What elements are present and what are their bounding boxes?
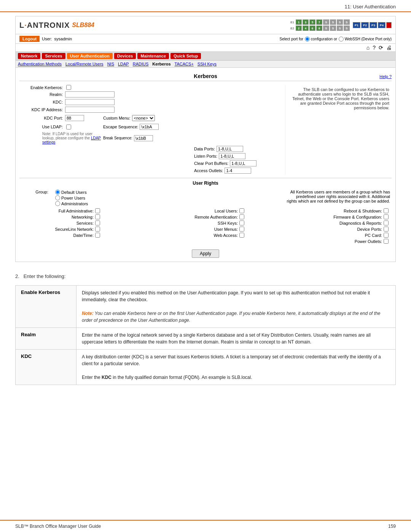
nav-services[interactable]: Services <box>42 53 65 59</box>
subnav-local-remote[interactable]: Local/Remote Users <box>65 62 104 66</box>
table-row: Realm Enter the name of the logical netw… <box>16 328 396 350</box>
nav-network[interactable]: Network <box>18 53 40 59</box>
escape-seq-label: Escape Sequence: <box>103 125 138 129</box>
check-power-outlets: Power Outlets: <box>250 239 389 244</box>
print-icon[interactable]: 🖨 <box>386 45 392 51</box>
kdc-port-input[interactable] <box>65 115 84 121</box>
power-outlets-checkbox[interactable] <box>384 239 389 244</box>
kerberos-header: Kerberos Help ? <box>19 72 392 81</box>
config-radio[interactable] <box>305 37 310 42</box>
section-2: 2. Enter the following: Enable Kerberos … <box>15 273 396 385</box>
rights-checkboxes: Full Administrative: Networking: Service… <box>19 208 392 246</box>
ssh-keys-checkbox[interactable] <box>239 220 244 225</box>
nav-quick-setup[interactable]: Quick Setup <box>170 53 201 59</box>
data-ports-label: Data Ports: <box>194 147 215 151</box>
reboot-checkbox[interactable] <box>384 208 389 213</box>
use-ldap-row: Use LDAP: Escape Sequence: <box>19 123 285 131</box>
kdc-port-label: KDC Port: <box>19 116 65 120</box>
apply-button[interactable]: Apply <box>192 249 219 258</box>
enable-kerberos-checkbox[interactable] <box>66 85 71 90</box>
check-pc-card: PC Card: <box>250 233 389 238</box>
web-access-checkbox[interactable] <box>239 233 244 238</box>
subnav-nis[interactable]: NIS <box>107 62 114 66</box>
config-label: configuration or <box>311 37 337 41</box>
subnav-ssh-keys[interactable]: SSH Keys <box>198 62 217 66</box>
use-ldap-checkbox[interactable] <box>66 125 71 129</box>
device-ports-checkbox[interactable] <box>384 227 389 232</box>
use-ldap-label: Use LDAP: <box>19 125 65 129</box>
datetime-checkbox[interactable] <box>95 233 100 238</box>
local-users-checkbox[interactable] <box>239 208 244 213</box>
subnav-ldap[interactable]: LDAP <box>118 62 129 66</box>
help-icon[interactable]: ? <box>373 45 376 51</box>
diagnostics-checkbox[interactable] <box>384 220 389 225</box>
subnav-auth-methods[interactable]: Authentication Methods <box>18 62 62 66</box>
services-checkbox[interactable] <box>95 220 100 225</box>
check-networking: Networking: <box>22 214 100 219</box>
kdc-ip-input[interactable] <box>65 107 115 113</box>
securelinx-checkbox[interactable] <box>95 227 100 232</box>
user-label: User: <box>42 37 52 41</box>
listen-ports-input[interactable] <box>219 153 245 159</box>
field-name-realm: Realm <box>16 328 76 350</box>
escape-seq-input[interactable] <box>140 124 159 130</box>
group-label: Group: <box>19 190 50 194</box>
nav-maintenance[interactable]: Maintenance <box>137 53 169 59</box>
kerberos-title: Kerberos <box>143 73 268 79</box>
clear-port-input[interactable] <box>230 160 256 166</box>
kdc-input[interactable] <box>65 99 115 105</box>
pc-card-checkbox[interactable] <box>384 233 389 238</box>
user-bar: Logout User: sysadmin Select port for co… <box>16 34 395 44</box>
check-services: Services: <box>22 220 100 225</box>
rights-col-3: Reboot & Shutdown: Firmware & Configurat… <box>247 208 392 246</box>
networking-checkbox[interactable] <box>95 214 100 219</box>
check-device-ports: Device Ports: <box>250 227 389 232</box>
field-desc-kdc: A key distribution center (KDC) is a ser… <box>76 350 396 385</box>
remote-auth-checkbox[interactable] <box>239 214 244 219</box>
nav-devices[interactable]: Devices <box>114 53 136 59</box>
table-row: KDC A key distribution center (KDC) is a… <box>16 350 396 385</box>
group-power-label: Power Users <box>61 196 85 200</box>
group-default-radio[interactable] <box>55 190 60 195</box>
nav-bar: Network Services User Authentication Dev… <box>16 52 395 61</box>
subnav-kerberos[interactable]: Kerberos <box>152 62 170 66</box>
content-area: Kerberos Help ? Enable Kerberos: Realm: <box>16 68 395 262</box>
ldap-note: Note: If LDAP is used for user lookup, p… <box>19 132 103 144</box>
check-firmware: Firmware & Configuration: <box>250 214 389 219</box>
user-menus-checkbox[interactable] <box>239 227 244 232</box>
group-power-radio[interactable] <box>55 195 60 200</box>
device-panel: L·ANTRONIX SLB884 E1 1 3 5 7 S S S S <box>15 16 396 262</box>
access-outlets-input[interactable] <box>225 168 251 174</box>
rights-col-1: Full Administrative: Networking: Service… <box>19 208 103 246</box>
port-grid: E1 1 3 5 7 S S S S E2 2 4 6 <box>290 19 350 31</box>
device-top-bar: L·ANTRONIX SLB884 E1 1 3 5 7 S S S S <box>16 16 395 34</box>
check-diagnostics: Diagnostics & Reports: <box>250 220 389 225</box>
full-admin-checkbox[interactable] <box>95 208 100 213</box>
port-row-1: E1 1 3 5 7 S S S S <box>290 19 350 25</box>
check-ssh-keys: SSH Keys: <box>106 220 244 225</box>
refresh-icon[interactable]: ⟳ <box>379 45 383 51</box>
realm-input[interactable] <box>65 91 115 97</box>
kerberos-description: The SLB can be configured to use Kerbero… <box>285 85 392 175</box>
data-ports-input[interactable] <box>217 146 243 152</box>
icon-bar: ⌂ ? ⟳ 🖨 <box>16 44 395 52</box>
page-header: 11: User Authentication <box>0 0 411 12</box>
enable-kerberos-row: Enable Kerberos: <box>19 85 285 90</box>
realm-row: Realm: <box>19 91 285 97</box>
check-local-users: Local Users: <box>106 208 244 213</box>
break-seq-input[interactable] <box>134 135 153 141</box>
subnav-tacacs[interactable]: TACACS+ <box>175 62 194 66</box>
custom-menu-select[interactable]: <none> <box>132 115 155 121</box>
subnav-radius[interactable]: RADIUS <box>133 62 149 66</box>
webssh-radio[interactable] <box>339 37 344 42</box>
help-button[interactable]: Help ? <box>379 74 392 79</box>
user-rights-grid: Group: Default Users Power Users <box>19 188 392 208</box>
page-footer: SLB™ Branch Office Manager User Guide 15… <box>0 520 411 532</box>
kdc-ip-label: KDC IP Address: <box>19 107 65 112</box>
home-icon[interactable]: ⌂ <box>366 45 370 51</box>
username: sysadmin <box>54 37 72 41</box>
nav-user-auth[interactable]: User Authentication <box>67 53 113 59</box>
group-admin-radio[interactable] <box>55 201 60 206</box>
firmware-checkbox[interactable] <box>384 214 389 219</box>
logout-button[interactable]: Logout <box>19 36 40 42</box>
